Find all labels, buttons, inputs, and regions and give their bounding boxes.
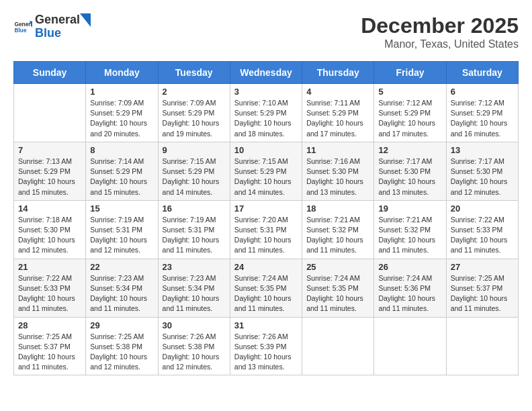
day-info: Sunrise: 7:20 AM Sunset: 5:31 PM Dayligh… bbox=[234, 215, 298, 256]
day-number: 14 bbox=[18, 203, 81, 214]
calendar-cell: 29Sunrise: 7:25 AM Sunset: 5:38 PM Dayli… bbox=[86, 317, 158, 375]
calendar-header-row: SundayMondayTuesdayWednesdayThursdayFrid… bbox=[14, 62, 519, 84]
day-info: Sunrise: 7:19 AM Sunset: 5:31 PM Dayligh… bbox=[90, 215, 153, 256]
calendar-cell: 31Sunrise: 7:26 AM Sunset: 5:39 PM Dayli… bbox=[230, 317, 302, 375]
calendar-cell: 20Sunrise: 7:22 AM Sunset: 5:33 PM Dayli… bbox=[446, 200, 518, 259]
day-info: Sunrise: 7:24 AM Sunset: 5:35 PM Dayligh… bbox=[234, 273, 298, 314]
day-number: 20 bbox=[451, 203, 514, 214]
day-number: 28 bbox=[18, 320, 81, 330]
calendar-week-row: 28Sunrise: 7:25 AM Sunset: 5:37 PM Dayli… bbox=[14, 317, 519, 375]
day-info: Sunrise: 7:26 AM Sunset: 5:38 PM Dayligh… bbox=[163, 332, 226, 373]
day-info: Sunrise: 7:13 AM Sunset: 5:29 PM Dayligh… bbox=[18, 156, 81, 197]
day-info: Sunrise: 7:17 AM Sunset: 5:30 PM Dayligh… bbox=[451, 156, 514, 197]
logo-blue: Blue bbox=[35, 26, 61, 40]
day-info: Sunrise: 7:26 AM Sunset: 5:39 PM Dayligh… bbox=[234, 332, 298, 373]
calendar-cell: 11Sunrise: 7:16 AM Sunset: 5:30 PM Dayli… bbox=[302, 142, 374, 200]
calendar-header-wednesday: Wednesday bbox=[230, 62, 302, 84]
page-title: December 2025 bbox=[361, 13, 519, 38]
day-info: Sunrise: 7:25 AM Sunset: 5:37 PM Dayligh… bbox=[18, 332, 81, 373]
calendar-cell: 14Sunrise: 7:18 AM Sunset: 5:30 PM Dayli… bbox=[14, 200, 86, 259]
calendar-cell: 30Sunrise: 7:26 AM Sunset: 5:38 PM Dayli… bbox=[158, 317, 230, 375]
logo-text: General Blue bbox=[35, 13, 91, 40]
calendar-week-row: 14Sunrise: 7:18 AM Sunset: 5:30 PM Dayli… bbox=[14, 200, 519, 259]
calendar-header-friday: Friday bbox=[374, 62, 446, 84]
day-info: Sunrise: 7:22 AM Sunset: 5:33 PM Dayligh… bbox=[451, 215, 514, 256]
day-info: Sunrise: 7:11 AM Sunset: 5:29 PM Dayligh… bbox=[306, 98, 369, 139]
day-number: 25 bbox=[306, 262, 369, 272]
day-number: 26 bbox=[378, 262, 441, 272]
day-info: Sunrise: 7:10 AM Sunset: 5:29 PM Dayligh… bbox=[234, 98, 298, 139]
page-subtitle: Manor, Texas, United States bbox=[361, 38, 519, 50]
day-info: Sunrise: 7:21 AM Sunset: 5:32 PM Dayligh… bbox=[378, 215, 441, 256]
calendar-cell: 12Sunrise: 7:17 AM Sunset: 5:30 PM Dayli… bbox=[374, 142, 446, 200]
day-info: Sunrise: 7:09 AM Sunset: 5:29 PM Dayligh… bbox=[90, 98, 153, 139]
day-info: Sunrise: 7:22 AM Sunset: 5:33 PM Dayligh… bbox=[18, 273, 81, 314]
day-number: 15 bbox=[90, 203, 153, 214]
calendar-header-sunday: Sunday bbox=[14, 62, 86, 84]
day-number: 16 bbox=[163, 203, 226, 214]
day-number: 30 bbox=[163, 320, 226, 330]
day-number: 22 bbox=[90, 262, 153, 272]
svg-text:General: General bbox=[14, 20, 32, 27]
calendar-week-row: 1Sunrise: 7:09 AM Sunset: 5:29 PM Daylig… bbox=[14, 84, 519, 142]
day-info: Sunrise: 7:24 AM Sunset: 5:35 PM Dayligh… bbox=[306, 273, 369, 314]
calendar-cell: 7Sunrise: 7:13 AM Sunset: 5:29 PM Daylig… bbox=[14, 142, 86, 200]
day-number: 29 bbox=[90, 320, 153, 330]
calendar-cell: 17Sunrise: 7:20 AM Sunset: 5:31 PM Dayli… bbox=[230, 200, 302, 259]
calendar-cell: 27Sunrise: 7:25 AM Sunset: 5:37 PM Dayli… bbox=[446, 259, 518, 317]
day-info: Sunrise: 7:15 AM Sunset: 5:29 PM Dayligh… bbox=[234, 156, 298, 197]
day-info: Sunrise: 7:24 AM Sunset: 5:36 PM Dayligh… bbox=[378, 273, 441, 314]
svg-marker-3 bbox=[80, 13, 91, 27]
day-number: 13 bbox=[451, 145, 514, 155]
day-number: 18 bbox=[306, 203, 369, 214]
day-info: Sunrise: 7:16 AM Sunset: 5:30 PM Dayligh… bbox=[306, 156, 369, 197]
logo-arrow bbox=[80, 13, 91, 27]
calendar-week-row: 7Sunrise: 7:13 AM Sunset: 5:29 PM Daylig… bbox=[14, 142, 519, 200]
day-info: Sunrise: 7:25 AM Sunset: 5:37 PM Dayligh… bbox=[451, 273, 514, 314]
calendar-cell: 5Sunrise: 7:12 AM Sunset: 5:29 PM Daylig… bbox=[374, 84, 446, 142]
header: General Blue General Blue December 2025 … bbox=[13, 13, 519, 50]
day-info: Sunrise: 7:15 AM Sunset: 5:29 PM Dayligh… bbox=[163, 156, 226, 197]
logo-general: General bbox=[35, 13, 80, 27]
day-info: Sunrise: 7:12 AM Sunset: 5:29 PM Dayligh… bbox=[451, 98, 514, 139]
calendar-cell bbox=[302, 317, 374, 375]
calendar-cell bbox=[374, 317, 446, 375]
calendar-cell: 1Sunrise: 7:09 AM Sunset: 5:29 PM Daylig… bbox=[86, 84, 158, 142]
day-info: Sunrise: 7:23 AM Sunset: 5:34 PM Dayligh… bbox=[90, 273, 153, 314]
day-number: 12 bbox=[378, 145, 441, 155]
calendar-header-saturday: Saturday bbox=[446, 62, 518, 84]
calendar-cell: 8Sunrise: 7:14 AM Sunset: 5:29 PM Daylig… bbox=[86, 142, 158, 200]
day-number: 31 bbox=[234, 320, 298, 330]
day-number: 23 bbox=[163, 262, 226, 272]
logo: General Blue General Blue bbox=[13, 13, 91, 40]
day-number: 21 bbox=[18, 262, 81, 272]
calendar-cell: 21Sunrise: 7:22 AM Sunset: 5:33 PM Dayli… bbox=[14, 259, 86, 317]
day-info: Sunrise: 7:14 AM Sunset: 5:29 PM Dayligh… bbox=[90, 156, 153, 197]
calendar-cell: 16Sunrise: 7:19 AM Sunset: 5:31 PM Dayli… bbox=[158, 200, 230, 259]
day-number: 17 bbox=[234, 203, 298, 214]
calendar-header-thursday: Thursday bbox=[302, 62, 374, 84]
calendar-cell: 19Sunrise: 7:21 AM Sunset: 5:32 PM Dayli… bbox=[374, 200, 446, 259]
logo-icon: General Blue bbox=[13, 17, 32, 36]
calendar-cell: 22Sunrise: 7:23 AM Sunset: 5:34 PM Dayli… bbox=[86, 259, 158, 317]
day-number: 7 bbox=[18, 145, 81, 155]
calendar-header-tuesday: Tuesday bbox=[158, 62, 230, 84]
calendar-cell bbox=[446, 317, 518, 375]
day-info: Sunrise: 7:23 AM Sunset: 5:34 PM Dayligh… bbox=[163, 273, 226, 314]
day-info: Sunrise: 7:19 AM Sunset: 5:31 PM Dayligh… bbox=[163, 215, 226, 256]
day-number: 19 bbox=[378, 203, 441, 214]
day-number: 1 bbox=[90, 87, 153, 97]
day-number: 24 bbox=[234, 262, 298, 272]
day-info: Sunrise: 7:18 AM Sunset: 5:30 PM Dayligh… bbox=[18, 215, 81, 256]
calendar-table: SundayMondayTuesdayWednesdayThursdayFrid… bbox=[13, 61, 519, 375]
day-info: Sunrise: 7:12 AM Sunset: 5:29 PM Dayligh… bbox=[378, 98, 441, 139]
title-section: December 2025 Manor, Texas, United State… bbox=[361, 13, 519, 50]
calendar-cell: 23Sunrise: 7:23 AM Sunset: 5:34 PM Dayli… bbox=[158, 259, 230, 317]
calendar-cell: 6Sunrise: 7:12 AM Sunset: 5:29 PM Daylig… bbox=[446, 84, 518, 142]
calendar-cell: 28Sunrise: 7:25 AM Sunset: 5:37 PM Dayli… bbox=[14, 317, 86, 375]
calendar-cell: 24Sunrise: 7:24 AM Sunset: 5:35 PM Dayli… bbox=[230, 259, 302, 317]
day-number: 8 bbox=[90, 145, 153, 155]
calendar-cell: 4Sunrise: 7:11 AM Sunset: 5:29 PM Daylig… bbox=[302, 84, 374, 142]
day-info: Sunrise: 7:21 AM Sunset: 5:32 PM Dayligh… bbox=[306, 215, 369, 256]
calendar-cell: 25Sunrise: 7:24 AM Sunset: 5:35 PM Dayli… bbox=[302, 259, 374, 317]
